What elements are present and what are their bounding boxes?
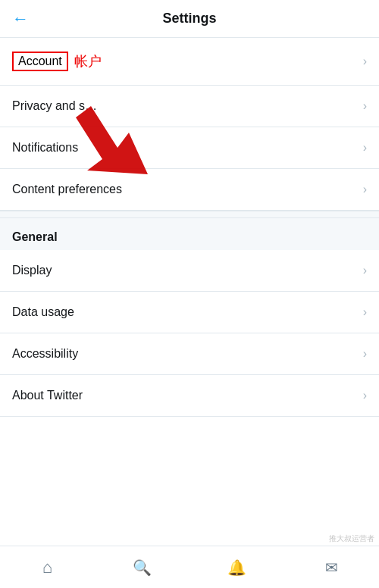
- list-item-account[interactable]: Account 帐户 ›: [0, 38, 379, 86]
- list-item-content[interactable]: Content preferences ›: [0, 169, 379, 211]
- general-section-list: Display › Data usage › Accessibility › A…: [0, 250, 379, 417]
- mail-icon: ✉: [325, 558, 338, 577]
- data-usage-label: Data usage: [12, 305, 74, 319]
- list-item-about[interactable]: About Twitter ›: [0, 375, 379, 417]
- header: ← Settings: [0, 0, 379, 38]
- nav-messages[interactable]: ✉: [309, 551, 355, 584]
- display-label: Display: [12, 264, 52, 277]
- back-button[interactable]: ←: [12, 9, 29, 29]
- bottom-nav: ⌂ 🔍 🔔 ✉: [0, 546, 379, 588]
- list-item-data-usage[interactable]: Data usage ›: [0, 292, 379, 333]
- section-divider: [0, 211, 379, 218]
- list-item-privacy[interactable]: Privacy and s… ›: [0, 86, 379, 127]
- accessibility-label: Accessibility: [12, 347, 78, 361]
- privacy-label: Privacy and s…: [12, 99, 97, 113]
- list-item-notifications[interactable]: Notifications ›: [0, 127, 379, 169]
- chevron-icon: ›: [363, 347, 367, 361]
- about-label: About Twitter: [12, 389, 83, 402]
- chevron-icon: ›: [363, 264, 367, 277]
- chevron-icon: ›: [363, 305, 367, 319]
- chevron-icon: ›: [363, 141, 367, 155]
- nav-search[interactable]: 🔍: [120, 551, 165, 584]
- search-icon: 🔍: [133, 558, 152, 577]
- account-label: Account: [12, 52, 68, 71]
- account-label-cn: 帐户: [74, 52, 102, 70]
- list-item-display[interactable]: Display ›: [0, 250, 379, 292]
- notifications-label: Notifications: [12, 141, 78, 155]
- nav-notifications[interactable]: 🔔: [215, 551, 260, 584]
- chevron-icon: ›: [363, 55, 367, 68]
- watermark: 推大叔运营者: [329, 533, 374, 544]
- chevron-icon: ›: [363, 99, 367, 113]
- nav-home[interactable]: ⌂: [25, 551, 70, 584]
- bell-icon: 🔔: [227, 558, 246, 577]
- general-section-label: General: [0, 218, 379, 250]
- list-item-accessibility[interactable]: Accessibility ›: [0, 333, 379, 375]
- home-icon: ⌂: [42, 558, 52, 577]
- chevron-icon: ›: [363, 183, 367, 196]
- account-section-list: Account 帐户 › Privacy and s… › Notificati…: [0, 38, 379, 211]
- chevron-icon: ›: [363, 389, 367, 402]
- page-title: Settings: [162, 11, 216, 27]
- content-label: Content preferences: [12, 183, 122, 196]
